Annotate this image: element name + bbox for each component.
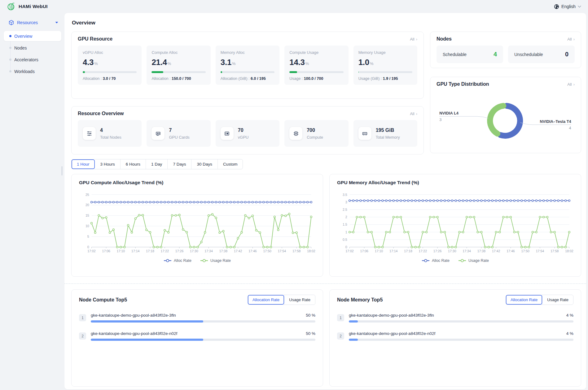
svg-text:17:18: 17:18 bbox=[404, 249, 412, 253]
node-rate-value: 50 % bbox=[306, 331, 315, 336]
gpu-compute-trend-card: GPU Compute Alloc/Usage Trend (%) 051015… bbox=[71, 174, 323, 277]
svg-text:3.5: 3.5 bbox=[343, 193, 347, 197]
svg-text:17:18: 17:18 bbox=[146, 249, 154, 253]
legend-usage-rate[interactable]: Usage Rate bbox=[200, 258, 231, 263]
chevron-down-icon bbox=[578, 6, 581, 8]
rate-bar-track bbox=[349, 320, 573, 323]
sidebar-item-overview[interactable]: Overview bbox=[4, 31, 61, 41]
overview-stat-label: GPU Cards bbox=[169, 135, 189, 140]
chart-title: GPU Compute Alloc/Usage Trend (%) bbox=[79, 180, 315, 185]
svg-text:0: 0 bbox=[87, 245, 89, 249]
chart-title: GPU Memory Alloc/Usage Trend (%) bbox=[337, 180, 573, 185]
usage-rate-button[interactable]: Usage Rate bbox=[542, 295, 573, 305]
node-name: gke-kantaloupe-demo-gpu-pool-a843f02e-3f… bbox=[91, 313, 301, 318]
sidebar: Resources Overview Nodes Accelerators Wo… bbox=[0, 13, 64, 390]
tab-6-hours[interactable]: 6 Hours bbox=[120, 159, 146, 169]
rank-badge: 1 bbox=[337, 314, 344, 321]
chevron-right-icon: › bbox=[573, 37, 575, 41]
stat-value: 1.0 bbox=[358, 58, 369, 67]
svg-text:20: 20 bbox=[86, 203, 89, 207]
legend-label: Alloc Rate bbox=[432, 258, 450, 263]
gpu-resource-card: GPU Resource All › vGPU Alloc 4.3% Alloc… bbox=[71, 32, 424, 99]
language-selector[interactable]: English bbox=[554, 4, 581, 9]
svg-text:18:02: 18:02 bbox=[307, 249, 315, 253]
stat-memory-alloc: Memory Alloc 3.1% Allocation (GiB) : 6.0… bbox=[216, 46, 279, 85]
total-nodes-icon bbox=[83, 127, 96, 140]
chart-legend: Alloc Rate Usage Rate bbox=[79, 258, 315, 263]
unschedulable-stat: Unschedulable 0 bbox=[508, 46, 575, 63]
tab-1-hour[interactable]: 1 Hour bbox=[72, 159, 95, 169]
svg-text:NVIDIA L4: NVIDIA L4 bbox=[439, 111, 459, 115]
card-title: GPU Type Distribution bbox=[437, 81, 489, 87]
nodes-all-link[interactable]: All › bbox=[567, 37, 575, 41]
usage-rate-button[interactable]: Usage Rate bbox=[284, 295, 315, 305]
allocation-rate-button[interactable]: Allocation Rate bbox=[506, 295, 542, 305]
tab-1-day[interactable]: 1 Day bbox=[146, 159, 167, 169]
card-title: Node Compute Top5 bbox=[79, 297, 127, 303]
sidebar-item-nodes[interactable]: Nodes bbox=[4, 43, 61, 53]
item-dot bbox=[9, 47, 11, 49]
stat-label: Memory Usage bbox=[358, 50, 412, 55]
stat-vgpu-alloc: vGPU Alloc 4.3% Allocation : 3.0 / 70 bbox=[78, 46, 142, 85]
rate-bar-fill bbox=[91, 320, 203, 323]
chevron-right-icon: › bbox=[416, 37, 417, 41]
svg-text:17:10: 17:10 bbox=[375, 249, 383, 253]
tab-30-days[interactable]: 30 Days bbox=[191, 159, 217, 169]
rate-bar-track bbox=[91, 339, 315, 341]
svg-text:17:14: 17:14 bbox=[131, 249, 140, 253]
page-title: Overview bbox=[72, 20, 581, 26]
svg-text:17:34: 17:34 bbox=[463, 249, 471, 253]
sidebar-collapse-handle[interactable] bbox=[61, 166, 63, 176]
legend-alloc-rate[interactable]: Alloc Rate bbox=[422, 258, 450, 263]
gpu-memory-trend-chart: 00.511.522.533.517:0217:0617:1017:1417:1… bbox=[337, 192, 573, 256]
hami-logo-icon bbox=[7, 2, 15, 11]
active-dot bbox=[9, 35, 11, 37]
gpu-resource-all-link[interactable]: All › bbox=[410, 37, 417, 41]
stat-unit: % bbox=[305, 61, 309, 66]
legend-usage-rate[interactable]: Usage Rate bbox=[458, 258, 489, 263]
all-label: All bbox=[567, 82, 572, 87]
svg-text:10: 10 bbox=[86, 224, 89, 228]
resources-cube-icon bbox=[9, 20, 14, 25]
tab-7-days[interactable]: 7 Days bbox=[167, 159, 191, 169]
gpu-type-distribution-card: GPU Type Distribution All › NVIDIA L43NV… bbox=[430, 77, 581, 153]
sidebar-item-label: Nodes bbox=[14, 46, 27, 50]
stat-progress-track bbox=[83, 71, 137, 73]
svg-text:17:30: 17:30 bbox=[190, 249, 198, 253]
stat-value: 21.4 bbox=[151, 58, 167, 67]
sidebar-group-resources[interactable]: Resources bbox=[4, 17, 61, 28]
rate-bar-track bbox=[349, 339, 573, 341]
stat-label: Memory Alloc bbox=[221, 50, 274, 55]
chart-legend: Alloc Rate Usage Rate bbox=[337, 258, 573, 263]
stat-memory-usage: Memory Usage 1.0% Usage (GiB) : 1.9 / 19… bbox=[353, 46, 417, 85]
gpu-type-all-link[interactable]: All › bbox=[567, 82, 575, 87]
overview-stat-value: 7 bbox=[169, 128, 189, 133]
svg-text:0.5: 0.5 bbox=[343, 238, 347, 241]
svg-text:1.5: 1.5 bbox=[343, 223, 347, 226]
schedulable-value: 4 bbox=[494, 51, 497, 58]
node-rate-value: 4 % bbox=[566, 313, 573, 318]
svg-text:17:50: 17:50 bbox=[263, 249, 271, 253]
memory-icon bbox=[358, 127, 371, 140]
allocation-rate-button[interactable]: Allocation Rate bbox=[248, 295, 284, 305]
svg-text:17:34: 17:34 bbox=[204, 249, 213, 253]
rate-bar-fill bbox=[349, 339, 358, 341]
stat-compute-alloc: Compute Alloc 21.4% Allocation : 150.0 /… bbox=[147, 46, 210, 85]
compute-rate-toggle: Allocation Rate Usage Rate bbox=[248, 295, 315, 305]
svg-text:17:38: 17:38 bbox=[219, 249, 228, 253]
sidebar-item-accelerators[interactable]: Accelerators bbox=[4, 54, 61, 65]
stat-progress-fill bbox=[83, 71, 85, 73]
node-name: gke-kantaloupe-demo-gpu-pool-a843f02e-n0… bbox=[91, 331, 301, 336]
tab-3-hours[interactable]: 3 Hours bbox=[95, 159, 120, 169]
tab-custom[interactable]: Custom bbox=[217, 159, 243, 169]
gpu-cards-icon bbox=[151, 127, 165, 140]
stat-progress-fill bbox=[151, 71, 163, 73]
svg-text:0: 0 bbox=[345, 245, 347, 249]
sidebar-item-workloads[interactable]: Workloads bbox=[4, 66, 61, 76]
legend-alloc-rate[interactable]: Alloc Rate bbox=[164, 258, 191, 263]
svg-text:17:06: 17:06 bbox=[360, 249, 369, 253]
card-title: GPU Resource bbox=[78, 36, 112, 42]
stat-progress-track bbox=[289, 71, 343, 73]
rank-badge: 2 bbox=[337, 332, 344, 340]
resource-overview-all-link[interactable]: All › bbox=[410, 111, 417, 116]
